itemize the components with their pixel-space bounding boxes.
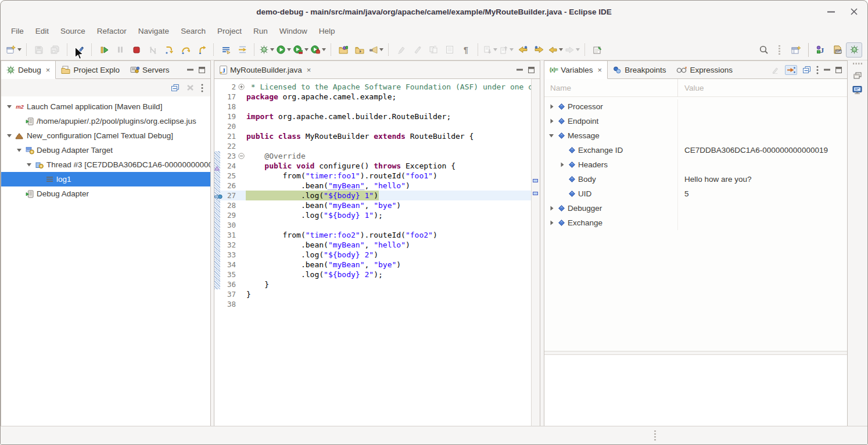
expander-closed-icon[interactable] — [547, 119, 556, 124]
open-perspective-button[interactable] — [788, 43, 804, 57]
show-logical-structure-button[interactable] — [785, 65, 797, 75]
code-line[interactable]: 38 — [214, 299, 531, 309]
menu-file[interactable]: File — [5, 25, 30, 37]
menu-help[interactable]: Help — [313, 25, 341, 37]
menu-source[interactable]: Source — [55, 25, 91, 37]
expander-open-icon[interactable] — [547, 134, 556, 138]
pin-editor-button[interactable] — [590, 43, 605, 57]
overview-annotation-marker[interactable] — [533, 192, 538, 195]
new-wizard-button[interactable] — [6, 43, 22, 57]
external-tools-button[interactable] — [310, 43, 327, 57]
minimize-view-button[interactable] — [824, 69, 830, 71]
tab-debug[interactable]: Debug× — [1, 61, 56, 79]
dropdown-arrow-icon[interactable] — [493, 48, 497, 51]
show-whitespace-button[interactable]: ¶ — [458, 43, 474, 57]
show-source-button[interactable] — [442, 43, 457, 57]
fold-minus-icon[interactable] — [237, 153, 246, 159]
code-line[interactable]: 29 .log("${body} 1"); — [214, 210, 531, 220]
window-close-button[interactable] — [849, 6, 859, 17]
debug-tree-row[interactable]: New_configuration [Camel Textual Debug] — [1, 128, 210, 143]
suspend-button[interactable] — [113, 43, 128, 57]
debug-tree-row[interactable]: Debug Adapter Target — [1, 143, 210, 157]
forward-button[interactable] — [565, 43, 580, 57]
variable-row-processor[interactable]: Processor — [544, 99, 847, 114]
use-step-filters-button[interactable] — [235, 43, 250, 57]
view-menu-button[interactable] — [816, 66, 819, 74]
variable-detail-pane[interactable] — [544, 355, 847, 426]
expander-open-icon[interactable] — [5, 134, 14, 138]
column-header-name[interactable]: Name — [544, 79, 678, 96]
dropdown-arrow-icon[interactable] — [287, 48, 291, 51]
open-resource-button[interactable] — [352, 43, 367, 57]
variable-row-debugger[interactable]: Debugger — [544, 201, 847, 216]
debug-tree-row[interactable]: /home/apupier/.p2/pool/plugins/org.eclip… — [1, 114, 210, 128]
expander-closed-icon[interactable] — [547, 206, 556, 211]
code-line[interactable]: 32 .bean("myBean", "hello") — [214, 240, 531, 250]
restore-views-button[interactable] — [853, 72, 862, 79]
step-over-button[interactable] — [178, 43, 193, 57]
menu-edit[interactable]: Edit — [30, 25, 55, 37]
debug-as-button[interactable] — [259, 43, 275, 57]
java-editor[interactable]: 2 * Licensed to the Apache Software Foun… — [214, 79, 540, 426]
toolbar-grip-button[interactable] — [772, 43, 787, 57]
dropdown-arrow-icon[interactable] — [270, 48, 274, 51]
debug-tree-row[interactable]: Debug Adapter — [1, 186, 210, 201]
open-type-button[interactable] — [336, 43, 351, 57]
code-line-current[interactable]: 27 .log("${body} 1") — [214, 191, 531, 200]
code-line[interactable]: 2 * Licensed to the Apache Software Foun… — [214, 82, 531, 92]
debug-tree-row[interactable]: Thread #3 [CE7DDBA306DC1A6-00000000000 — [1, 157, 210, 172]
expander-open-icon[interactable] — [5, 105, 14, 109]
variable-row-endpoint[interactable]: Endpoint — [544, 114, 847, 128]
menu-search[interactable]: Search — [175, 25, 211, 37]
next-edit-location-button[interactable] — [532, 43, 547, 57]
tab-expressions[interactable]: xExpressions — [671, 61, 738, 78]
code-line[interactable]: 19import org.apache.camel.builder.RouteB… — [214, 112, 531, 121]
run-as-button[interactable] — [276, 43, 292, 57]
expander-closed-icon[interactable] — [557, 162, 566, 167]
dropdown-arrow-icon[interactable] — [304, 48, 309, 51]
code-line[interactable]: 30 — [214, 220, 531, 230]
dropdown-arrow-icon[interactable] — [510, 48, 514, 51]
dropdown-arrow-icon[interactable] — [576, 48, 580, 51]
variable-row-message[interactable]: Message — [544, 128, 847, 143]
tab-close-button[interactable]: × — [307, 66, 311, 74]
maximize-view-button[interactable] — [199, 67, 205, 73]
status-bar-handle[interactable] — [654, 430, 657, 443]
variable-row-exchange[interactable]: Exchange — [544, 216, 847, 230]
code-line[interactable]: 26 .bean("myBean", "hello") — [214, 181, 531, 191]
menu-refactor[interactable]: Refactor — [91, 25, 132, 37]
step-return-button[interactable] — [194, 43, 209, 57]
variable-row-uid[interactable]: UID5 — [544, 186, 847, 201]
back-button[interactable] — [548, 43, 564, 57]
save-button[interactable] — [31, 43, 46, 57]
git-perspective-button[interactable]: GIT — [830, 43, 845, 57]
format-button[interactable] — [410, 43, 425, 57]
code-line[interactable]: 25 from("timer:foo1").routeId("foo1") — [214, 171, 531, 181]
skip-all-breakpoints-button[interactable] — [218, 43, 234, 57]
tab-close-button[interactable]: × — [598, 66, 602, 74]
code-line[interactable]: 18 — [214, 102, 531, 112]
expander-closed-icon[interactable] — [547, 220, 556, 225]
disconnect-button[interactable] — [145, 43, 160, 57]
collapse-all-button[interactable] — [171, 84, 180, 92]
tab-variables[interactable]: (x)=Variables× — [544, 61, 608, 79]
code-line[interactable]: 17package org.apache.camel.example; — [214, 92, 531, 102]
code-line[interactable]: 31 from("timer:foo2").routeId("foo2") — [214, 230, 531, 240]
overview-annotation-marker[interactable] — [533, 179, 538, 182]
dropdown-arrow-icon[interactable] — [379, 48, 383, 51]
column-header-value[interactable]: Value — [678, 84, 704, 92]
code-line[interactable]: 35 .log("${body} 2"); — [214, 270, 531, 279]
debug-tree-row[interactable]: log1 — [1, 172, 210, 186]
dropdown-arrow-icon[interactable] — [559, 48, 563, 51]
console-button[interactable] — [852, 86, 863, 95]
window-minimize-button[interactable] — [826, 6, 836, 17]
menu-window[interactable]: Window — [274, 25, 313, 37]
code-line[interactable]: 21public class MyRouteBuilder extends Ro… — [214, 131, 531, 141]
variable-row-headers[interactable]: Headers — [544, 157, 847, 172]
remove-all-terminated-button[interactable] — [186, 84, 194, 91]
code-line[interactable]: 22 — [214, 141, 531, 151]
debug-perspective-button[interactable] — [846, 42, 862, 58]
maximize-view-button[interactable] — [528, 67, 535, 73]
menu-navigate[interactable]: Navigate — [132, 25, 175, 37]
maximize-view-button[interactable] — [835, 67, 842, 73]
